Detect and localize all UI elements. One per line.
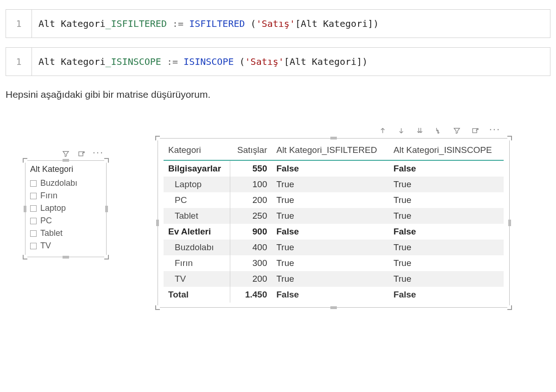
- checkbox-icon[interactable]: [30, 193, 37, 199]
- resize-handle[interactable]: [104, 158, 109, 163]
- table-row[interactable]: Tablet250TrueTrue: [164, 208, 504, 224]
- checkbox-icon[interactable]: [30, 243, 37, 249]
- measure-suffix: _ISFILTERED: [106, 18, 167, 29]
- slicer-item[interactable]: Buzdolabı: [28, 177, 103, 190]
- cell-isfiltered: True: [272, 255, 389, 271]
- slicer-item-label: PC: [40, 216, 52, 226]
- cell-isinscope: True: [389, 240, 504, 255]
- resize-handle[interactable]: [24, 206, 26, 212]
- focus-mode-icon[interactable]: [471, 126, 480, 135]
- slicer-item[interactable]: Fırın: [28, 190, 103, 202]
- code-line-number: 1: [6, 10, 32, 38]
- resize-handle[interactable]: [330, 306, 337, 309]
- slicer-item[interactable]: Tablet: [28, 227, 103, 240]
- filter-icon[interactable]: [452, 126, 461, 135]
- resize-handle[interactable]: [104, 255, 109, 259]
- code-line: Alt Kategori_ISFILTERED := ISFILTERED ('…: [32, 10, 550, 38]
- code-line: Alt Kategori_ISINSCOPE := ISINSCOPE ('Sa…: [32, 48, 550, 76]
- table-row[interactable]: Ev Aletleri900FalseFalse: [164, 224, 504, 240]
- table-row[interactable]: Total1.450FalseFalse: [164, 287, 504, 303]
- row-header: Fırın: [164, 255, 230, 271]
- cell-sales: 200: [230, 192, 272, 208]
- table-row[interactable]: Bilgisayarlar550FalseFalse: [164, 160, 504, 177]
- matrix-table: Kategori Satışlar Alt Kategori_ISFILTERE…: [164, 141, 504, 303]
- dax-function: ISFILTERED: [189, 18, 245, 29]
- open-paren: (: [245, 18, 256, 29]
- resize-handle[interactable]: [23, 158, 27, 163]
- drill-down-icon[interactable]: [397, 126, 406, 135]
- matrix-header-row: Kategori Satışlar Alt Kategori_ISFILTERE…: [164, 141, 504, 160]
- resize-handle[interactable]: [63, 256, 69, 259]
- assign-op: :=: [161, 56, 183, 67]
- cell-isfiltered: False: [272, 160, 389, 177]
- measure-name: Alt Kategori: [38, 56, 106, 67]
- checkbox-icon[interactable]: [30, 230, 37, 237]
- assign-op: :=: [167, 18, 189, 29]
- resize-handle[interactable]: [156, 220, 159, 226]
- matrix-visual[interactable]: ··· Kategori Satışlar Alt Kategori_ISFIL…: [158, 126, 510, 308]
- expand-next-level-icon[interactable]: [434, 126, 443, 135]
- table-row[interactable]: PC200TrueTrue: [164, 192, 504, 208]
- col-header[interactable]: Alt Kategori_ISFILTERED: [272, 141, 389, 160]
- cell-sales: 550: [230, 160, 272, 177]
- row-header: PC: [164, 192, 230, 208]
- slicer-visual[interactable]: ··· Alt Kategori BuzdolabıFırınLaptopPCT…: [25, 149, 107, 257]
- cell-sales: 1.450: [230, 287, 272, 303]
- cell-isfiltered: False: [272, 224, 389, 240]
- row-header: Buzdolabı: [164, 240, 230, 255]
- column-ref: [Alt Kategori]: [295, 18, 373, 29]
- col-header[interactable]: Kategori: [164, 141, 230, 160]
- slicer-item[interactable]: PC: [28, 215, 103, 227]
- dax-function: ISINSCOPE: [183, 56, 234, 67]
- resize-handle[interactable]: [155, 136, 160, 140]
- resize-handle[interactable]: [330, 137, 337, 139]
- resize-handle[interactable]: [508, 220, 511, 226]
- cell-sales: 900: [230, 224, 272, 240]
- checkbox-icon[interactable]: [30, 180, 37, 187]
- col-header[interactable]: Satışlar: [230, 141, 272, 160]
- row-header: Tablet: [164, 208, 230, 224]
- column-ref: [Alt Kategori]: [284, 56, 362, 67]
- resize-handle[interactable]: [63, 159, 69, 162]
- row-header: Laptop: [164, 177, 230, 192]
- matrix-frame[interactable]: Kategori Satışlar Alt Kategori_ISFILTERE…: [158, 138, 510, 308]
- close-paren: ): [362, 56, 367, 67]
- close-paren: ): [373, 18, 379, 29]
- col-header[interactable]: Alt Kategori_ISINSCOPE: [389, 141, 504, 160]
- filter-icon[interactable]: [61, 149, 70, 158]
- resize-handle[interactable]: [105, 206, 108, 212]
- cell-isfiltered: True: [272, 208, 389, 224]
- open-paren: (: [234, 56, 245, 67]
- slicer-item-label: Laptop: [40, 203, 66, 213]
- cell-sales: 300: [230, 255, 272, 271]
- cell-isfiltered: False: [272, 287, 389, 303]
- checkbox-icon[interactable]: [30, 205, 37, 212]
- resize-handle[interactable]: [155, 305, 160, 310]
- row-header: Total: [164, 287, 230, 303]
- more-options-icon[interactable]: ···: [489, 126, 500, 135]
- table-row[interactable]: Fırın300TrueTrue: [164, 255, 504, 271]
- table-row[interactable]: Buzdolabı400TrueTrue: [164, 240, 504, 255]
- cell-isinscope: True: [389, 271, 504, 287]
- table-string: 'Satış': [245, 56, 284, 67]
- focus-mode-icon[interactable]: [77, 149, 86, 158]
- slicer-frame[interactable]: Alt Kategori BuzdolabıFırınLaptopPCTable…: [25, 160, 107, 257]
- cell-sales: 400: [230, 240, 272, 255]
- table-row[interactable]: Laptop100TrueTrue: [164, 177, 504, 192]
- expand-all-down-icon[interactable]: [415, 126, 424, 135]
- cell-sales: 100: [230, 177, 272, 192]
- slicer-item[interactable]: Laptop: [28, 202, 103, 215]
- row-header: Ev Aletleri: [164, 224, 230, 240]
- code-line-number: 1: [6, 48, 32, 76]
- more-options-icon[interactable]: ···: [93, 149, 104, 158]
- resize-handle[interactable]: [507, 305, 512, 310]
- paragraph: Hepsini aşağıdaki gibi bir matrise düşür…: [6, 89, 550, 100]
- resize-handle[interactable]: [23, 255, 27, 259]
- slicer-item-label: TV: [40, 241, 51, 251]
- drill-up-icon[interactable]: [378, 126, 387, 135]
- checkbox-icon[interactable]: [30, 218, 37, 224]
- slicer-item[interactable]: TV: [28, 240, 103, 252]
- resize-handle[interactable]: [507, 136, 512, 140]
- cell-isfiltered: True: [272, 271, 389, 287]
- table-row[interactable]: TV200TrueTrue: [164, 271, 504, 287]
